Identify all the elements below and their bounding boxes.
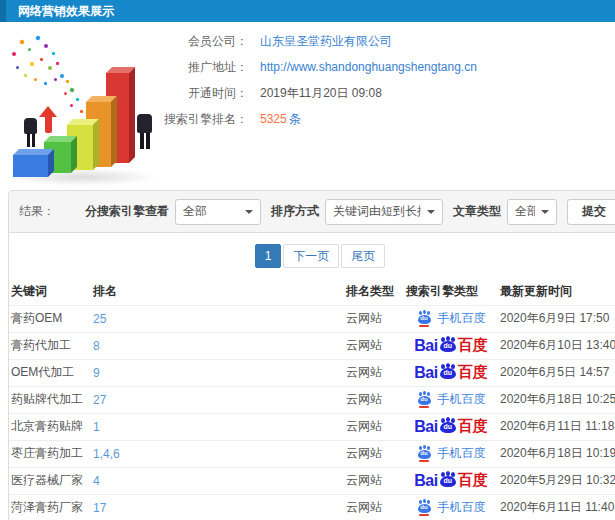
mobile-baidu-logo: du 手机百度 bbox=[417, 310, 486, 327]
confetti-dot bbox=[35, 35, 40, 40]
result-label: 结果： bbox=[19, 203, 55, 220]
mobile-baidu-logo: du 手机百度 bbox=[417, 445, 486, 462]
page-link[interactable]: 下一页 bbox=[283, 244, 339, 268]
cell-keyword: 医疗器械厂家 bbox=[9, 467, 91, 494]
info-field: 会员公司： 山东皇圣堂药业有限公司 bbox=[150, 32, 477, 50]
cell-rank[interactable]: 8 bbox=[91, 332, 344, 359]
column-header: 搜索引擎类型 bbox=[404, 279, 498, 305]
info-field-link[interactable]: 山东皇圣堂药业有限公司 bbox=[260, 33, 392, 50]
column-header: 最新更新时间 bbox=[498, 279, 615, 305]
confetti-dot bbox=[56, 62, 60, 66]
confetti-dot bbox=[12, 52, 16, 56]
info-field: 搜索引擎排名： 5325条 bbox=[150, 110, 477, 128]
confetti-dot bbox=[76, 98, 80, 102]
info-section: 会员公司： 山东皇圣堂药业有限公司 推广地址： http://www.shand… bbox=[0, 22, 615, 190]
cell-rank[interactable]: 1,4,6 bbox=[91, 440, 344, 467]
table-row: OEM代加工 9 云网站 Baidu百度 2020年6月5日 14:57 bbox=[9, 359, 615, 386]
filter-label: 文章类型 bbox=[453, 203, 501, 220]
cell-updated: 2020年6月11日 11:40 bbox=[498, 494, 615, 520]
column-header: 排名类型 bbox=[344, 279, 404, 305]
table-row: 北京膏药贴牌 1 云网站 Baidu百度 2020年6月11日 11:18 bbox=[9, 413, 615, 440]
mobile-baidu-paw-icon: du bbox=[417, 311, 432, 327]
table-row: 菏泽膏药厂家 17 云网站 du 手机百度 2020年6月11日 11:40 bbox=[9, 494, 615, 520]
cell-rank[interactable]: 1 bbox=[91, 413, 344, 440]
cell-rank-type: 云网站 bbox=[344, 305, 404, 332]
confetti-dot bbox=[44, 82, 48, 86]
table-row: 膏药OEM 25 云网站 du 手机百度 2020年6月9日 17:50 bbox=[9, 305, 615, 332]
page-title: 网络营销效果展示 bbox=[18, 4, 114, 18]
info-field: 开通时间： 2019年11月20日 09:08 bbox=[150, 84, 477, 102]
chevron-down-icon bbox=[541, 210, 549, 214]
page-current[interactable]: 1 bbox=[255, 244, 282, 268]
confetti-dot bbox=[40, 58, 44, 62]
cell-updated: 2020年6月5日 14:57 bbox=[498, 359, 615, 386]
confetti-dot bbox=[28, 48, 31, 51]
mobile-baidu-label: 手机百度 bbox=[438, 391, 486, 408]
chart-bar-blue bbox=[13, 155, 48, 177]
filter-select-value: 关键词由短到长排序 bbox=[333, 203, 421, 220]
confetti-dot bbox=[30, 62, 34, 66]
filter-select[interactable]: 全部 bbox=[507, 199, 557, 225]
baidu-logo: Baidu百度 bbox=[414, 471, 487, 490]
confetti-dot bbox=[80, 110, 84, 114]
cell-rank[interactable]: 27 bbox=[91, 386, 344, 413]
info-field-value: 5325条 bbox=[260, 111, 301, 128]
filter-select[interactable]: 关键词由短到长排序 bbox=[325, 199, 443, 225]
baidu-paw-icon: du bbox=[439, 472, 457, 487]
pagination: 1下一页尾页 bbox=[9, 233, 615, 268]
confetti-dot bbox=[19, 39, 24, 44]
cell-keyword: 膏药代加工 bbox=[9, 332, 91, 359]
info-field-label: 会员公司： bbox=[150, 33, 248, 50]
mobile-baidu-paw-icon: du bbox=[417, 446, 432, 462]
filter-label: 分搜索引擎查看 bbox=[85, 203, 169, 220]
cell-engine: du 手机百度 bbox=[404, 440, 498, 467]
cell-keyword: 菏泽膏药厂家 bbox=[9, 494, 91, 520]
confetti-dot bbox=[70, 104, 73, 107]
cell-rank[interactable]: 17 bbox=[91, 494, 344, 520]
table-row: 药贴牌代加工 27 云网站 du 手机百度 2020年6月18日 10:25 bbox=[9, 386, 615, 413]
confetti-dot bbox=[24, 74, 28, 78]
confetti-dot bbox=[44, 44, 48, 48]
info-field-value: 2019年11月20日 09:08 bbox=[260, 85, 382, 102]
cell-keyword: 北京膏药贴牌 bbox=[9, 413, 91, 440]
ranking-count: 5325 bbox=[260, 112, 287, 126]
cell-engine: du 手机百度 bbox=[404, 305, 498, 332]
result-panel-body: 1下一页尾页 关键词排名排名类型搜索引擎类型最新更新时间 膏药OEM 25 云网… bbox=[9, 233, 615, 520]
filter-label: 排序方式 bbox=[271, 203, 319, 220]
baidu-logo: Baidu百度 bbox=[414, 363, 487, 382]
info-field-label: 搜索引擎排名： bbox=[150, 111, 248, 128]
cell-updated: 2020年6月18日 10:19 bbox=[498, 440, 615, 467]
cell-rank-type: 云网站 bbox=[344, 467, 404, 494]
result-panel: 结果： 分搜索引擎查看 全部 排序方式 关键词由短到长排序 文章类型 全部 提交… bbox=[8, 190, 615, 520]
filters: 分搜索引擎查看 全部 排序方式 关键词由短到长排序 文章类型 全部 bbox=[75, 199, 557, 225]
table-row: 膏药代加工 8 云网站 Baidu百度 2020年6月10日 13:40 bbox=[9, 332, 615, 359]
info-field: 推广地址： http://www.shandonghuangshengtang.… bbox=[150, 58, 477, 76]
cell-updated: 2020年5月29日 10:32 bbox=[498, 467, 615, 494]
ranking-count-unit: 条 bbox=[289, 112, 301, 126]
baidu-logo: Baidu百度 bbox=[414, 336, 487, 355]
mobile-baidu-label: 手机百度 bbox=[438, 499, 486, 516]
mobile-baidu-logo: du 手机百度 bbox=[417, 391, 486, 408]
baidu-paw-icon: du bbox=[439, 418, 457, 433]
confetti-dot bbox=[48, 66, 52, 70]
cell-rank-type: 云网站 bbox=[344, 413, 404, 440]
confetti-dot bbox=[60, 74, 64, 78]
cell-rank-type: 云网站 bbox=[344, 440, 404, 467]
confetti-dot bbox=[66, 80, 70, 84]
mobile-baidu-logo: du 手机百度 bbox=[417, 499, 486, 516]
cell-engine: Baidu百度 bbox=[404, 413, 498, 440]
submit-button[interactable]: 提交 bbox=[567, 199, 615, 225]
chevron-down-icon bbox=[245, 210, 253, 214]
cell-rank[interactable]: 4 bbox=[91, 467, 344, 494]
info-field-label: 推广地址： bbox=[150, 59, 248, 76]
page-link[interactable]: 尾页 bbox=[341, 244, 385, 268]
confetti-dot bbox=[52, 52, 56, 56]
cell-rank[interactable]: 25 bbox=[91, 305, 344, 332]
cell-rank[interactable]: 9 bbox=[91, 359, 344, 386]
info-field-link[interactable]: http://www.shandonghuangshengtang.cn bbox=[260, 60, 477, 74]
cell-rank-type: 云网站 bbox=[344, 386, 404, 413]
table-row: 枣庄膏药加工 1,4,6 云网站 du 手机百度 2020年6月18日 10:1… bbox=[9, 440, 615, 467]
filter-select[interactable]: 全部 bbox=[175, 199, 261, 225]
cell-keyword: 膏药OEM bbox=[9, 305, 91, 332]
results-table: 关键词排名排名类型搜索引擎类型最新更新时间 膏药OEM 25 云网站 du 手机… bbox=[9, 279, 615, 520]
